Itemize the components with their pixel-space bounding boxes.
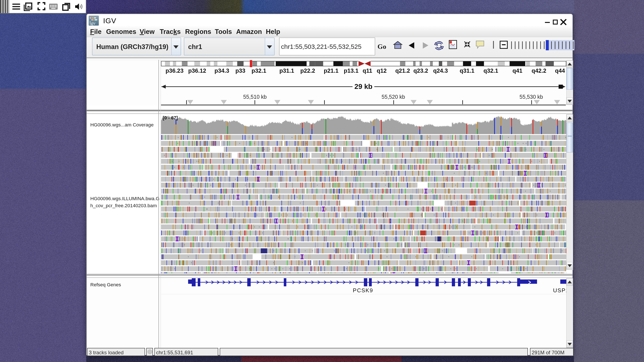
svg-text:p13.1: p13.1 — [344, 68, 358, 74]
svg-text:q23.2: q23.2 — [414, 68, 428, 74]
svg-text:q11: q11 — [362, 68, 372, 74]
svg-text:55,510 kb: 55,510 kb — [243, 94, 267, 100]
svg-text:q24.3: q24.3 — [433, 68, 448, 74]
svg-text:29 kb: 29 kb — [354, 82, 372, 90]
svg-text:igv: igv — [90, 20, 96, 26]
svg-text:q32.1: q32.1 — [484, 68, 498, 74]
svg-text:q41: q41 — [512, 68, 522, 74]
svg-text:p33: p33 — [236, 68, 246, 74]
svg-text:p32.1: p32.1 — [252, 68, 266, 74]
svg-text:PCSK9: PCSK9 — [353, 287, 373, 294]
svg-text:p22.2: p22.2 — [300, 68, 315, 74]
svg-text:p34.3: p34.3 — [214, 68, 229, 74]
svg-text:55,530 kb: 55,530 kb — [520, 94, 543, 100]
svg-text:55,520 kb: 55,520 kb — [382, 94, 405, 100]
svg-text:p31.1: p31.1 — [279, 68, 294, 74]
svg-text:p36.12: p36.12 — [188, 68, 206, 74]
svg-text:p36.23: p36.23 — [166, 68, 184, 74]
svg-text:q31.1: q31.1 — [460, 68, 474, 74]
svg-text:p21.1: p21.1 — [324, 68, 338, 74]
svg-text:q21.2: q21.2 — [395, 68, 410, 74]
svg-text:USP2: USP2 — [553, 287, 566, 294]
svg-text:q12: q12 — [377, 68, 387, 74]
svg-text:q42.2: q42.2 — [532, 68, 546, 74]
svg-text:q44: q44 — [555, 68, 565, 74]
